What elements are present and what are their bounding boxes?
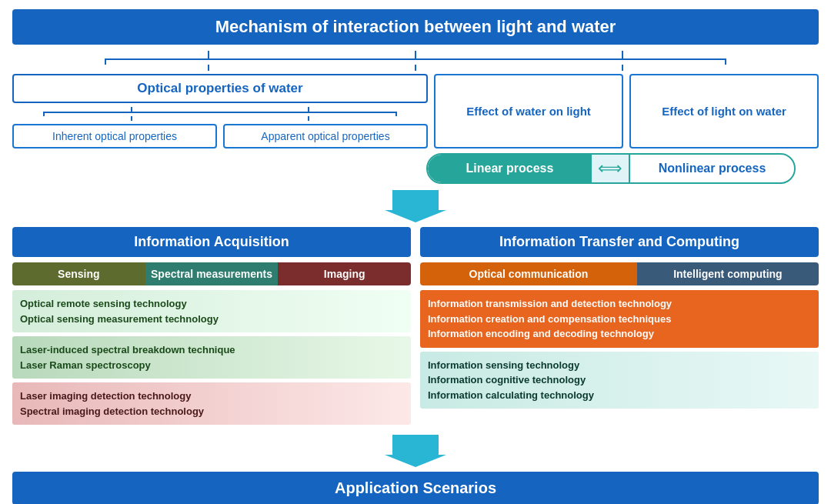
info-transfer-title: Information Transfer and Computing (420, 227, 819, 257)
info-acquisition-col: Information Acquisition Sensing Spectral… (12, 227, 411, 429)
spectral-block: Laser-induced spectral breakdown techniq… (12, 336, 411, 379)
spectral-line1: Laser-induced spectral breakdown techniq… (20, 342, 403, 358)
tab-intelligent[interactable]: Intelligent computing (637, 262, 819, 285)
imaging-line2: Spectral imaging detection technology (20, 404, 403, 419)
optical-comm-block: Information transmission and detection t… (420, 290, 819, 348)
spectral-line2: Laser Raman spectroscopy (20, 358, 403, 373)
nonlinear-process: Nonlinear process (629, 155, 794, 182)
comm-line1: Information transmission and detection t… (428, 296, 811, 312)
intel-line3: Information calculating technology (428, 388, 811, 403)
process-arrow: ⟺ (592, 159, 629, 179)
sensing-line1: Optical remote sensing technology (20, 296, 403, 312)
tab-optical-comm[interactable]: Optical communication (420, 262, 637, 285)
imaging-block: Laser imaging detection technology Spect… (12, 382, 411, 425)
sensing-block: Optical remote sensing technology Optica… (12, 290, 411, 332)
optical-props-title: Optical properties of water (12, 74, 428, 103)
arrow-down-bottom (12, 435, 819, 467)
info-transfer-col: Information Transfer and Computing Optic… (420, 227, 819, 429)
row2-container: Optical properties of water Inherent (12, 74, 819, 149)
acquisition-tabs: Sensing Spectral measurements Imaging (12, 262, 411, 285)
optical-props-group: Optical properties of water Inherent (12, 74, 428, 149)
transfer-tabs: Optical communication Intelligent comput… (420, 262, 819, 285)
comm-line2: Information creation and compensation te… (428, 312, 811, 327)
info-acquisition-title: Information Acquisition (12, 227, 411, 257)
intel-line2: Information cognitive technology (428, 372, 811, 388)
imaging-line1: Laser imaging detection technology (20, 389, 403, 404)
main-title: Mechanism of interaction between light a… (12, 9, 819, 45)
inherent-optical-props: Inherent optical properties (12, 124, 217, 149)
effect-light-on-water: Effect of light on water (629, 74, 819, 149)
effects-group: Effect of water on light Effect of light… (434, 74, 819, 149)
app-scenarios-title: Application Scenarios (12, 472, 819, 504)
intelligent-block: Information sensing technology Informati… (420, 352, 819, 409)
tab-spectral[interactable]: Spectral measurements (145, 262, 279, 285)
linear-process: Linear process (428, 155, 592, 182)
intel-line1: Information sensing technology (428, 358, 811, 373)
main-cols: Information Acquisition Sensing Spectral… (12, 227, 819, 429)
svg-marker-0 (385, 190, 446, 222)
apparent-optical-props: Apparent optical properties (223, 124, 428, 149)
tab-sensing[interactable]: Sensing (12, 262, 145, 285)
arrow-down-main (12, 190, 819, 222)
linear-nonlinear-group: Linear process ⟺ Nonlinear process (426, 153, 796, 184)
sensing-line2: Optical sensing measurement technology (20, 312, 403, 327)
tab-imaging[interactable]: Imaging (278, 262, 411, 285)
optical-props-sub: Inherent optical properties Apparent opt… (12, 124, 428, 149)
comm-line3: Information encoding and decoding techno… (428, 326, 811, 342)
svg-marker-1 (385, 435, 446, 467)
effect-water-on-light: Effect of water on light (434, 74, 623, 149)
